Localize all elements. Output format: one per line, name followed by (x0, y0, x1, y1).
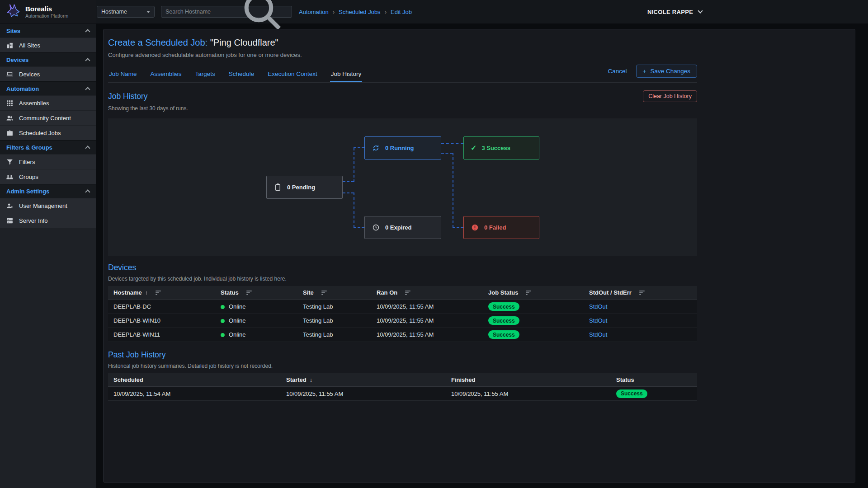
col-header-status[interactable]: Status (611, 373, 697, 387)
section-label: Admin Settings (6, 188, 49, 195)
tab-execution-context[interactable]: Execution Context (267, 67, 318, 82)
filter-icon[interactable] (156, 290, 161, 296)
flow-connector (343, 192, 354, 193)
save-changes-label: Save Changes (650, 68, 690, 75)
sidebar-item-label: Scheduled Jobs (19, 130, 61, 136)
server-icon (6, 217, 14, 225)
past-job-history-heading: Past Job History (108, 350, 697, 360)
chevron-up-icon (85, 87, 90, 92)
col-header-status[interactable]: Status (215, 286, 297, 300)
tab-bar: Job Name Assemblies Targets Schedule Exe… (108, 65, 697, 83)
tab-job-history[interactable]: Job History (330, 67, 363, 82)
chevron-down-icon (146, 11, 150, 13)
stdout-link[interactable]: StdOut (589, 317, 607, 324)
job-status-flow-diagram: 0 Pending 0 Running ✓ 3 Success (108, 118, 697, 256)
filter-icon[interactable] (405, 290, 410, 296)
page-title-job-name: "Ping Cloudflare" (210, 38, 278, 47)
sidebar-section-devices[interactable]: Devices (0, 52, 96, 66)
sidebar-item-assemblies[interactable]: Assemblies (0, 95, 96, 110)
sidebar-section-admin-settings[interactable]: Admin Settings (0, 184, 96, 198)
borealis-rabbit-logo-icon (5, 3, 22, 20)
stdout-link[interactable]: StdOut (589, 331, 607, 338)
search-input[interactable] (165, 9, 238, 15)
cell-stdout: StdOut (584, 300, 697, 314)
sidebar-item-devices[interactable]: Devices (0, 66, 96, 81)
job-history-heading: Job History (108, 92, 148, 101)
tab-targets[interactable]: Targets (194, 67, 216, 82)
past-job-history-table: Scheduled Started ↓ Finished Status (108, 373, 697, 401)
main-panel: Create a Scheduled Job: "Ping Cloudflare… (103, 29, 855, 483)
sort-desc-icon: ↓ (310, 376, 313, 383)
col-label: Finished (451, 376, 475, 383)
flow-node-label: 0 Running (385, 145, 414, 151)
sidebar-item-groups[interactable]: Groups (0, 169, 96, 184)
sidebar-item-user-management[interactable]: User Management (0, 198, 96, 213)
chevron-down-icon (698, 8, 703, 13)
col-header-ran-on[interactable]: Ran On (371, 286, 483, 300)
flow-connector (441, 143, 463, 144)
cell-site: Testing Lab (297, 314, 371, 328)
breadcrumb-automation[interactable]: Automation (299, 9, 329, 15)
tab-job-name[interactable]: Job Name (108, 67, 138, 82)
sidebar-section-sites[interactable]: Sites (0, 23, 96, 38)
col-label: Status (616, 376, 634, 383)
col-header-finished[interactable]: Finished (446, 373, 611, 387)
error-icon (471, 223, 479, 232)
clear-job-history-button[interactable]: Clear Job History (643, 90, 697, 102)
sidebar-section-filters-groups[interactable]: Filters & Groups (0, 140, 96, 154)
col-header-job-status[interactable]: Job Status (483, 286, 584, 300)
sidebar-item-community-content[interactable]: Community Content (0, 110, 96, 125)
past-history-row: 10/09/2025, 11:54 AM 10/09/2025, 11:55 A… (108, 387, 697, 401)
filter-icon[interactable] (639, 290, 645, 296)
sidebar-item-scheduled-jobs[interactable]: Scheduled Jobs (0, 125, 96, 140)
sync-icon (372, 144, 380, 152)
col-header-started[interactable]: Started ↓ (281, 373, 446, 387)
col-label: Started (286, 376, 307, 383)
sidebar-item-server-info[interactable]: Server Info (0, 213, 96, 228)
col-header-site[interactable]: Site (297, 286, 371, 300)
col-header-hostname[interactable]: Hostname ↑ (108, 286, 215, 300)
col-header-scheduled[interactable]: Scheduled (108, 373, 281, 387)
cancel-button[interactable]: Cancel (608, 68, 627, 75)
tab-schedule[interactable]: Schedule (228, 67, 255, 82)
user-menu[interactable]: NICOLE RAPPE (647, 0, 702, 23)
col-header-stdout[interactable]: StdOut / StdErr (584, 286, 697, 300)
filter-icon[interactable] (526, 290, 531, 296)
stdout-link[interactable]: StdOut (589, 303, 607, 310)
devices-table-header-row: Hostname ↑ Status Site Ran On (108, 286, 697, 300)
online-status-dot (221, 333, 225, 337)
filter-icon[interactable] (246, 290, 252, 296)
sidebar: Borealis Automation Platform Sites All S… (0, 0, 96, 488)
sidebar-item-label: User Management (19, 202, 67, 209)
section-label: Filters & Groups (6, 144, 52, 151)
breadcrumb-scheduled-jobs[interactable]: Scheduled Jobs (339, 9, 381, 15)
breadcrumb-edit-job[interactable]: Edit Job (391, 9, 412, 15)
cell-hostname: DEEPLAB-WIN10 (108, 314, 215, 328)
device-row: DEEPLAB-WIN11 Online Testing Lab 10/09/2… (108, 328, 697, 342)
section-label: Sites (6, 28, 20, 34)
flow-node-label: 0 Expired (385, 224, 412, 231)
sidebar-item-all-sites[interactable]: All Sites (0, 38, 96, 52)
flow-node-failed: 0 Failed (463, 216, 539, 239)
sort-asc-icon: ↑ (145, 289, 148, 296)
cell-status: Online (215, 300, 297, 314)
breadcrumb-separator: › (385, 9, 387, 15)
tab-assemblies[interactable]: Assemblies (150, 67, 183, 82)
filter-icon[interactable] (321, 290, 327, 296)
brand-header: Borealis Automation Platform (0, 0, 96, 23)
col-label: Site (303, 289, 314, 296)
flow-connector (453, 153, 453, 228)
col-label: Scheduled (113, 376, 143, 383)
hostname-select[interactable]: Hostname (97, 6, 155, 18)
devices-heading: Devices (108, 263, 697, 272)
cell-ran-on: 10/09/2025, 11:55 AM (371, 328, 483, 342)
devices-subheading: Devices targeted by this scheduled job. … (108, 276, 697, 282)
cell-status: Online (215, 314, 297, 328)
device-row: DEEPLAB-DC Online Testing Lab 10/09/2025… (108, 300, 697, 314)
save-changes-button[interactable]: + Save Changes (636, 65, 697, 78)
breadcrumb-separator: › (333, 9, 335, 15)
sidebar-item-filters[interactable]: Filters (0, 154, 96, 169)
user-name: NICOLE RAPPE (647, 9, 693, 15)
people-group-icon (6, 173, 14, 181)
sidebar-section-automation[interactable]: Automation (0, 81, 96, 95)
